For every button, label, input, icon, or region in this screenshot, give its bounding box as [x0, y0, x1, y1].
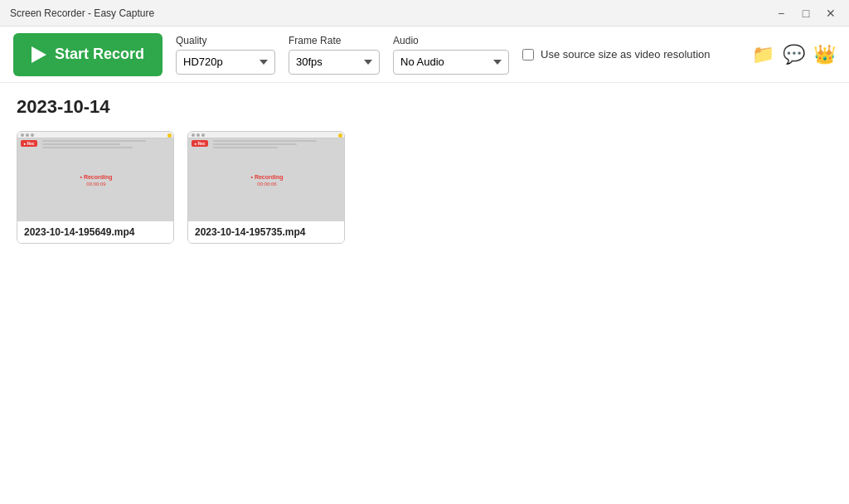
- recording-filename: 2023-10-14-195735.mp4: [188, 221, 344, 243]
- minimize-button[interactable]: −: [769, 3, 793, 23]
- quality-label: Quality: [176, 35, 275, 46]
- folder-icon[interactable]: 📁: [752, 44, 774, 65]
- chat-icon[interactable]: 💬: [783, 44, 805, 65]
- audio-select[interactable]: No Audio System Audio Microphone: [393, 50, 509, 75]
- thumb-lines: [213, 140, 342, 148]
- recordings-grid: ● Rec • Recording 00:00:09 2023-10-14-19…: [17, 131, 832, 244]
- quality-select[interactable]: HD720p HD1080p 4K: [176, 50, 275, 75]
- source-size-label: Use source size as video resolution: [541, 48, 711, 61]
- title-bar: Screen Recorder - Easy Capture − □ ✕: [0, 0, 849, 27]
- recording-thumbnail: ● Rec • Recording 00:00:09: [17, 132, 174, 221]
- source-size-checkbox[interactable]: [522, 49, 534, 61]
- source-size-checkbox-group: Use source size as video resolution: [522, 48, 711, 61]
- toolbar-icons: 📁 💬 👑: [752, 44, 836, 65]
- thumb-indicator: [167, 133, 172, 138]
- date-header: 2023-10-14: [17, 96, 832, 118]
- audio-control: Audio No Audio System Audio Microphone: [393, 35, 509, 75]
- framerate-label: Frame Rate: [289, 35, 380, 46]
- thumb-rec-label: • Recording: [250, 174, 283, 180]
- list-item[interactable]: ● Rec • Recording 00:00:06 2023-10-14-19…: [187, 131, 345, 244]
- window-controls: − □ ✕: [769, 3, 842, 23]
- thumb-topbar: [17, 132, 174, 138]
- thumb-indicator: [338, 133, 342, 138]
- thumb-topbar: [188, 132, 345, 138]
- list-item[interactable]: ● Rec • Recording 00:00:09 2023-10-14-19…: [17, 131, 174, 244]
- framerate-select[interactable]: 30fps 60fps 24fps: [289, 50, 380, 75]
- play-icon: [32, 46, 46, 63]
- thumb-rec-label: • Recording: [80, 174, 112, 180]
- crown-icon[interactable]: 👑: [813, 44, 836, 65]
- framerate-control: Frame Rate 30fps 60fps 24fps: [289, 35, 380, 75]
- quality-control: Quality HD720p HD1080p 4K: [176, 35, 275, 75]
- toolbar: Start Record Quality HD720p HD1080p 4K F…: [0, 27, 849, 83]
- recording-badge: ● Rec: [21, 140, 37, 147]
- close-button[interactable]: ✕: [819, 3, 842, 23]
- recording-thumbnail: ● Rec • Recording 00:00:06: [188, 132, 345, 221]
- recording-badge: ● Rec: [192, 140, 208, 147]
- thumb-content: • Recording 00:00:06: [188, 138, 345, 221]
- thumb-content: • Recording 00:00:09: [17, 138, 174, 221]
- content-area: 2023-10-14 ● Rec: [0, 83, 849, 504]
- thumb-lines: [42, 140, 172, 148]
- start-record-label: Start Record: [55, 46, 144, 63]
- thumb-timer: 00:00:06: [257, 182, 276, 187]
- app-title: Screen Recorder - Easy Capture: [10, 7, 154, 19]
- audio-label: Audio: [393, 35, 509, 46]
- thumb-timer: 00:00:09: [86, 182, 105, 187]
- start-record-button[interactable]: Start Record: [13, 33, 163, 76]
- recording-filename: 2023-10-14-195649.mp4: [17, 221, 173, 243]
- maximize-button[interactable]: □: [794, 3, 817, 23]
